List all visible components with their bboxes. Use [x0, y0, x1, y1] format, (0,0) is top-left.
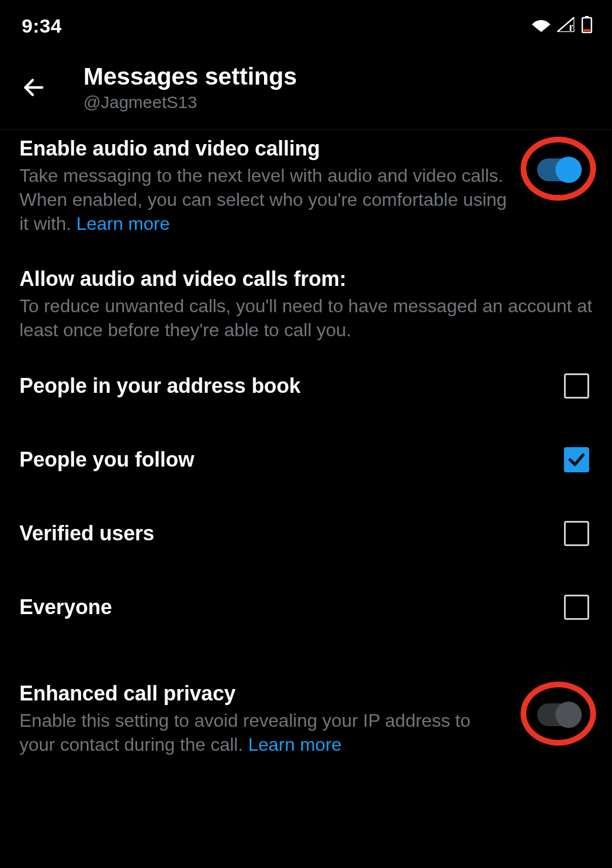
setting-allow-from: Allow audio and video calls from: To red…: [0, 256, 612, 349]
option-verified-users[interactable]: Verified users: [19, 496, 593, 570]
option-checkbox[interactable]: [564, 447, 589, 472]
battery-icon: [581, 16, 593, 35]
page-title: Messages settings: [83, 63, 297, 90]
option-label: Verified users: [19, 520, 154, 546]
status-bar: 9:34: [0, 0, 612, 47]
option-people-you-follow[interactable]: People you follow: [19, 423, 593, 496]
enhanced-privacy-title: Enhanced call privacy: [19, 680, 508, 706]
enhanced-privacy-desc: Enable this setting to avoid revealing y…: [19, 708, 508, 756]
option-label: Everyone: [19, 594, 112, 620]
page-subtitle: @JagmeetS13: [83, 93, 297, 112]
page-header: Messages settings @JagmeetS13: [0, 47, 612, 130]
option-checkbox[interactable]: [564, 373, 589, 399]
setting-enable-calling: Enable audio and video calling Take mess…: [0, 130, 612, 256]
svg-rect-4: [583, 29, 590, 31]
svg-rect-0: [570, 25, 571, 31]
option-label: People you follow: [19, 447, 194, 472]
option-everyone[interactable]: Everyone: [19, 570, 593, 644]
enable-calling-learn-more-link[interactable]: Learn more: [77, 213, 170, 234]
option-address-book[interactable]: People in your address book: [19, 349, 593, 423]
enhanced-privacy-learn-more-link[interactable]: Learn more: [248, 734, 342, 755]
allow-from-title: Allow audio and video calls from:: [19, 266, 593, 292]
svg-rect-1: [572, 25, 573, 26]
status-icons: [532, 16, 593, 35]
signal-icon: [557, 17, 574, 34]
option-checkbox[interactable]: [564, 595, 589, 620]
enable-calling-toggle[interactable]: [537, 158, 579, 181]
wifi-icon: [532, 17, 550, 34]
enhanced-privacy-toggle[interactable]: [537, 703, 579, 726]
enable-calling-title: Enable audio and video calling: [19, 136, 508, 161]
option-label: People in your address book: [19, 373, 301, 399]
enable-calling-desc: Take messaging to the next level with au…: [19, 164, 508, 236]
status-time: 9:34: [22, 15, 62, 37]
arrow-left-icon: [21, 75, 46, 100]
allow-from-options: People in your address book People you f…: [0, 349, 612, 644]
allow-from-desc: To reduce unwanted calls, you'll need to…: [19, 294, 593, 342]
back-button[interactable]: [19, 73, 48, 102]
setting-enhanced-privacy: Enhanced call privacy Enable this settin…: [0, 644, 612, 756]
option-checkbox[interactable]: [564, 521, 589, 546]
